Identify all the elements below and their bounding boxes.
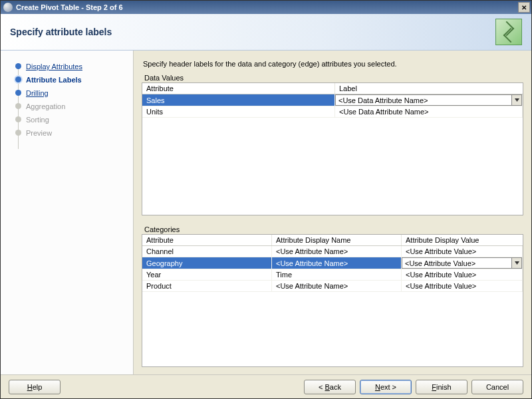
dropdown-value: <Use Data Attribute Name>: [338, 96, 428, 104]
data-values-title: Data Values: [142, 73, 523, 82]
cell-label[interactable]: <Use Data Attribute Name>: [335, 94, 523, 106]
label-dropdown[interactable]: <Use Data Attribute Name>: [335, 94, 522, 106]
col-attribute[interactable]: Attribute: [142, 83, 335, 94]
col-label[interactable]: Label: [335, 83, 523, 94]
table-row[interactable]: Geography <Use Attribute Name> <Use Attr…: [142, 257, 523, 269]
step-label: Sorting: [26, 116, 49, 124]
cancel-button[interactable]: Cancel: [471, 380, 523, 394]
cell-display-name[interactable]: <Use Attribute Name>: [272, 246, 402, 257]
prompt-text: Specify header labels for the data and c…: [142, 57, 523, 73]
help-button[interactable]: Help: [9, 380, 61, 394]
step-preview: Preview: [15, 126, 128, 140]
cell-attribute[interactable]: Channel: [142, 246, 272, 257]
cell-display-value[interactable]: <Use Attribute Value>: [402, 281, 523, 292]
table-row[interactable]: Channel <Use Attribute Name> <Use Attrib…: [142, 246, 523, 257]
titlebar: Create Pivot Table - Step 2 of 6 ✕: [1, 1, 531, 14]
wizard-window: Create Pivot Table - Step 2 of 6 ✕ Speci…: [0, 0, 532, 399]
header-band: Specify attribute labels: [1, 14, 531, 51]
step-display-attributes[interactable]: Display Attributes: [15, 60, 128, 73]
back-button[interactable]: < Back: [304, 380, 356, 394]
table-row[interactable]: Year Time <Use Attribute Value>: [142, 269, 523, 281]
step-label: Preview: [26, 129, 52, 137]
step-sorting: Sorting: [15, 113, 128, 126]
step-dot-icon: [15, 116, 21, 122]
close-icon: ✕: [521, 4, 527, 11]
cell-attribute[interactable]: Sales: [142, 94, 335, 106]
window-title: Create Pivot Table - Step 2 of 6: [16, 3, 518, 11]
table-row[interactable]: Sales <Use Data Attribute Name>: [142, 94, 523, 106]
step-dot-icon: [15, 103, 21, 109]
col-display-name[interactable]: Attribute Display Name: [272, 235, 402, 245]
data-values-table[interactable]: Attribute Label Sales <Use Data Attribut…: [142, 82, 523, 215]
cell-attribute[interactable]: Product: [142, 281, 272, 292]
next-button[interactable]: Next >: [360, 380, 412, 394]
step-aggregation: Aggregation: [15, 100, 128, 113]
content-panel: Specify header labels for the data and c…: [134, 51, 531, 374]
step-dot-icon: [15, 76, 21, 82]
pivot-icon: [495, 19, 522, 45]
gap: [142, 215, 523, 225]
cell-display-value[interactable]: <Use Attribute Value>: [402, 269, 523, 281]
step-dot-icon: [15, 130, 21, 136]
display-value-dropdown[interactable]: <Use Attribute Value>: [402, 257, 522, 269]
close-button[interactable]: ✕: [518, 2, 530, 13]
cell-attribute[interactable]: Geography: [142, 257, 272, 269]
cell-attribute[interactable]: Year: [142, 269, 272, 281]
cell-display-name[interactable]: Time: [272, 269, 402, 281]
step-label: Attribute Labels: [26, 76, 82, 84]
step-label[interactable]: Drilling: [26, 89, 49, 97]
table-row[interactable]: Units <Use Data Attribute Name>: [142, 106, 523, 118]
step-dot-icon: [15, 63, 21, 69]
cell-label[interactable]: <Use Data Attribute Name>: [335, 106, 523, 118]
table-header: Attribute Label: [142, 83, 523, 94]
cell-display-value[interactable]: <Use Attribute Value>: [402, 257, 523, 269]
step-sidebar: Display Attributes Attribute Labels Dril…: [1, 51, 134, 374]
cell-display-value[interactable]: <Use Attribute Value>: [402, 246, 523, 257]
col-display-value[interactable]: Attribute Display Value: [402, 235, 523, 245]
footer-buttons: Help < Back Next > Finish Cancel: [1, 374, 531, 398]
step-label: Aggregation: [26, 102, 65, 110]
cell-attribute[interactable]: Units: [142, 106, 335, 118]
body-area: Display Attributes Attribute Labels Dril…: [1, 51, 531, 374]
categories-title: Categories: [142, 225, 523, 234]
finish-button[interactable]: Finish: [416, 380, 467, 394]
step-dot-icon: [15, 90, 21, 96]
step-label[interactable]: Display Attributes: [26, 63, 82, 70]
chevron-down-icon[interactable]: [511, 95, 521, 105]
categories-table[interactable]: Attribute Attribute Display Name Attribu…: [142, 234, 523, 367]
step-attribute-labels[interactable]: Attribute Labels: [15, 73, 128, 86]
table-header: Attribute Attribute Display Name Attribu…: [142, 235, 523, 246]
app-icon: [3, 3, 13, 12]
dropdown-value: <Use Attribute Value>: [405, 259, 475, 267]
chevron-down-icon[interactable]: [511, 258, 521, 268]
cell-display-name[interactable]: <Use Attribute Name>: [272, 281, 402, 292]
table-row[interactable]: Product <Use Attribute Name> <Use Attrib…: [142, 281, 523, 292]
page-heading: Specify attribute labels: [10, 27, 112, 37]
step-drilling[interactable]: Drilling: [15, 86, 128, 100]
col-attribute[interactable]: Attribute: [142, 235, 272, 245]
cell-display-name[interactable]: <Use Attribute Name>: [272, 257, 402, 269]
